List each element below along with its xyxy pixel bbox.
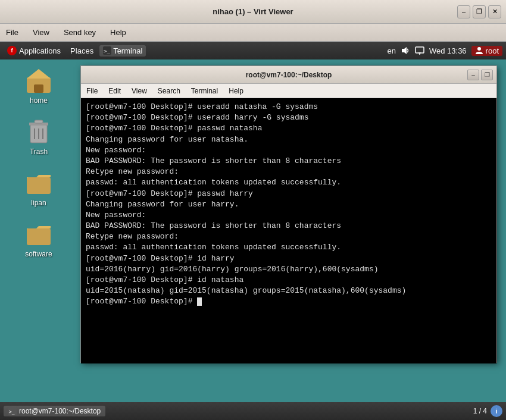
close-button[interactable]: ✕ bbox=[488, 5, 501, 18]
svg-text:>_: >_ bbox=[104, 48, 110, 54]
terminal-content[interactable]: [root@vm7-100 Desktop]# useradd natasha … bbox=[81, 98, 496, 363]
home-folder-icon bbox=[24, 65, 53, 94]
terminal-maximize-button[interactable]: ❐ bbox=[481, 70, 493, 80]
term-menu-edit[interactable]: Edit bbox=[105, 86, 124, 96]
trash-icon bbox=[24, 117, 53, 145]
keyboard-layout[interactable]: en bbox=[387, 46, 395, 55]
svg-rect-3 bbox=[416, 47, 424, 53]
taskbar-terminal-icon: >_ bbox=[8, 407, 17, 415]
title-controls: – ❐ ✕ bbox=[457, 5, 501, 18]
svg-text:>_: >_ bbox=[9, 409, 15, 415]
term-menu-file[interactable]: File bbox=[83, 86, 101, 96]
terminal-minimize-button[interactable]: – bbox=[467, 70, 479, 80]
home-icon-label: home bbox=[30, 96, 48, 105]
terminal-panel-button[interactable]: >_ Terminal bbox=[99, 45, 146, 57]
info-button[interactable]: i bbox=[491, 405, 502, 417]
terminal-text: [root@vm7-100 Desktop]# useradd natasha … bbox=[86, 102, 406, 306]
root-label: root bbox=[486, 46, 499, 55]
software-folder-icon bbox=[24, 219, 53, 247]
page-indicator: 1 / 4 bbox=[473, 407, 487, 415]
title-bar: nihao (1) – Virt Viewer – ❐ ✕ bbox=[0, 0, 506, 24]
bottom-bar: >_ root@vm7-100:~/Desktop 1 / 4 i bbox=[0, 402, 506, 420]
restore-button[interactable]: ❐ bbox=[473, 5, 486, 18]
terminal-window-title: root@vm7-100:~/Desktop bbox=[246, 71, 332, 79]
window-menubar: File View Send key Help bbox=[0, 24, 506, 42]
root-button[interactable]: root bbox=[471, 46, 502, 56]
svg-marker-8 bbox=[27, 69, 51, 79]
svg-rect-16 bbox=[27, 177, 51, 194]
desktop-icon-lipan[interactable]: lipan bbox=[15, 168, 63, 207]
desktop-icon-software[interactable]: software bbox=[15, 219, 63, 258]
svg-rect-9 bbox=[34, 84, 43, 93]
term-menu-view[interactable]: View bbox=[129, 86, 150, 96]
applications-button[interactable]: f Applications bbox=[4, 45, 64, 57]
terminal-window: root@vm7-100:~/Desktop – ❐ File Edit Vie… bbox=[80, 65, 497, 363]
menu-sendkey[interactable]: Send key bbox=[60, 27, 99, 38]
term-menu-search[interactable]: Search bbox=[155, 86, 183, 96]
panel-right: en Wed 13:36 root bbox=[387, 46, 502, 56]
term-menu-terminal[interactable]: Terminal bbox=[188, 86, 221, 96]
svg-marker-2 bbox=[402, 47, 407, 54]
menu-help[interactable]: Help bbox=[107, 27, 130, 38]
places-button[interactable]: Places bbox=[67, 45, 97, 57]
user-icon bbox=[475, 46, 483, 55]
applications-label: Applications bbox=[19, 46, 61, 55]
terminal-menubar: File Edit View Search Terminal Help bbox=[81, 84, 496, 98]
menu-view[interactable]: View bbox=[29, 27, 53, 38]
menu-file[interactable]: File bbox=[2, 27, 22, 38]
lipan-folder-icon bbox=[24, 168, 53, 196]
term-menu-help[interactable]: Help bbox=[226, 86, 246, 96]
pagination: 1 / 4 i bbox=[473, 405, 502, 417]
svg-rect-12 bbox=[35, 120, 43, 123]
software-icon-label: software bbox=[25, 250, 52, 258]
terminal-titlebar: root@vm7-100:~/Desktop – ❐ bbox=[81, 66, 496, 84]
trash-icon-label: Trash bbox=[30, 148, 48, 156]
terminal-panel-label: Terminal bbox=[113, 46, 142, 55]
taskbar-item-label: root@vm7-100:~/Desktop bbox=[19, 407, 101, 415]
desktop: home Trash lipan software bbox=[0, 59, 77, 402]
fedora-logo: f bbox=[7, 46, 17, 55]
terminal-icon: >_ bbox=[103, 46, 111, 55]
terminal-cursor bbox=[197, 297, 202, 306]
desktop-icon-trash[interactable]: Trash bbox=[15, 117, 63, 156]
window-title: nihao (1) – Virt Viewer bbox=[213, 7, 293, 16]
datetime: Wed 13:36 bbox=[429, 46, 467, 55]
desktop-icon-home[interactable]: home bbox=[15, 65, 63, 105]
minimize-button[interactable]: – bbox=[457, 5, 470, 18]
taskbar-item[interactable]: >_ root@vm7-100:~/Desktop bbox=[4, 406, 105, 416]
terminal-title-controls: – ❐ bbox=[467, 70, 493, 80]
display-icon bbox=[415, 46, 424, 55]
lipan-icon-label: lipan bbox=[31, 199, 46, 207]
top-panel: f Applications Places >_ Terminal en Wed… bbox=[0, 42, 506, 59]
speaker-icon bbox=[401, 46, 410, 55]
svg-rect-17 bbox=[27, 228, 51, 245]
svg-point-6 bbox=[477, 47, 481, 51]
